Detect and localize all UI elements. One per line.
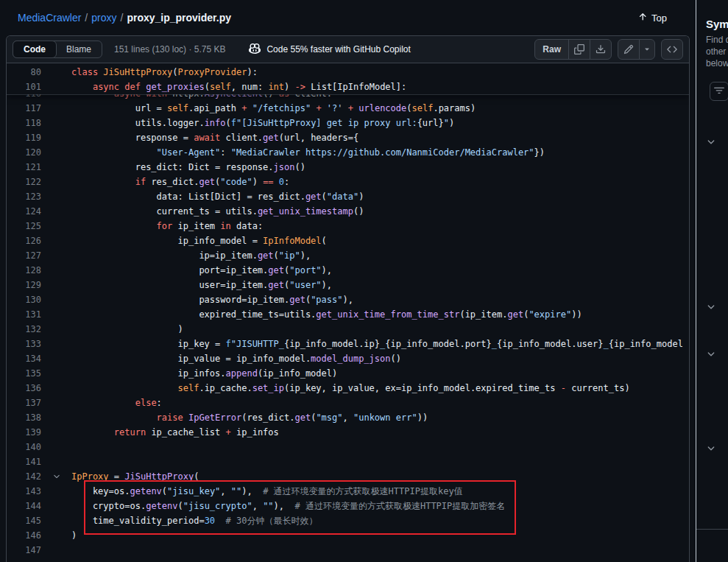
code-line-text: class JiSuHttpProxy(ProxyProvider): xyxy=(71,65,689,80)
line-number[interactable]: 143 xyxy=(7,484,41,499)
breadcrumb-folder-link[interactable]: proxy xyxy=(91,12,116,24)
symbols-filter-button[interactable] xyxy=(710,82,728,101)
line-number[interactable]: 122 xyxy=(7,175,41,189)
code-token xyxy=(71,383,178,393)
code-token: self xyxy=(178,383,199,393)
line-number[interactable]: 121 xyxy=(7,160,41,175)
raw-button[interactable]: Raw xyxy=(534,39,569,60)
download-raw-button[interactable] xyxy=(590,39,612,60)
line-number[interactable]: 117 xyxy=(7,101,41,116)
line-number[interactable]: 130 xyxy=(7,292,41,307)
line-number[interactable]: 123 xyxy=(7,189,41,204)
line-number[interactable]: 124 xyxy=(7,204,41,219)
line-number[interactable]: 120 xyxy=(7,145,41,160)
line-number[interactable]: 134 xyxy=(7,351,41,366)
code-token: # 30分钟（最长时效） xyxy=(226,516,318,526)
code-line-text: async def get_proxies(self, num: int) ->… xyxy=(71,80,689,94)
tab-blame[interactable]: Blame xyxy=(56,41,102,57)
code-token: ), xyxy=(322,280,332,290)
line-number[interactable]: 126 xyxy=(7,233,41,248)
code-token: ip_item xyxy=(172,221,220,231)
edit-dropdown-button[interactable] xyxy=(639,39,655,60)
copilot-banner-label: Code 55% faster with GitHub Copilot xyxy=(266,44,410,55)
back-to-top-button[interactable]: Top xyxy=(633,9,671,27)
code-token: {ip_info_model.port} xyxy=(385,339,492,349)
line-number[interactable]: 125 xyxy=(7,219,41,233)
code-line-text: res_dict: Dict = response.json() xyxy=(71,160,689,175)
code-token: () xyxy=(353,206,364,217)
fold-spacer xyxy=(41,499,71,513)
line-number[interactable]: 136 xyxy=(7,381,41,396)
edit-file-button[interactable] xyxy=(618,39,640,60)
chevron-down-icon[interactable] xyxy=(705,443,717,455)
fold-spacer xyxy=(41,130,71,145)
line-number[interactable]: 119 xyxy=(7,130,41,145)
chevron-down-icon[interactable] xyxy=(705,349,717,361)
code-token: in xyxy=(220,221,230,231)
code-token: {ip_info_model xyxy=(609,339,683,349)
code-line: 80class JiSuHttpProxy(ProxyProvider): xyxy=(7,65,689,80)
line-number[interactable]: 140 xyxy=(7,440,41,454)
code-token: get xyxy=(258,250,274,261)
code-token: "[JiSuHttpProxy] get ip proxy url: xyxy=(236,118,417,128)
line-number[interactable]: 141 xyxy=(7,454,41,469)
code-token: key=os. xyxy=(71,486,130,496)
line-number[interactable]: 147 xyxy=(7,543,41,558)
code-line-text: ip_key = f"JISUHTTP_{ip_info_model.ip}_{… xyxy=(71,337,689,351)
copilot-banner[interactable]: Code 55% faster with GitHub Copilot xyxy=(244,42,414,57)
raw-actions-group: Raw xyxy=(534,39,612,60)
code-token: "expire" xyxy=(529,309,571,320)
line-number[interactable]: 129 xyxy=(7,278,41,292)
code-token: = xyxy=(109,471,125,482)
panel-resize-divider[interactable] xyxy=(696,0,696,562)
symbols-panel-toggle-button[interactable] xyxy=(661,39,683,60)
line-number[interactable]: 145 xyxy=(7,513,41,528)
code-line: 101 async def get_proxies(self, num: int… xyxy=(7,80,689,94)
line-number[interactable]: 137 xyxy=(7,396,41,410)
code-token xyxy=(322,103,327,113)
code-token: '?' xyxy=(327,103,343,113)
code-token: ip_info_model = xyxy=(71,236,263,246)
code-token: "user" xyxy=(289,280,321,290)
code-token: ( xyxy=(322,192,327,202)
code-token xyxy=(71,177,135,187)
line-number[interactable]: 146 xyxy=(7,528,41,543)
code-line-text: response = await client.get(url, headers… xyxy=(71,130,689,145)
line-number[interactable]: 118 xyxy=(7,116,41,130)
chevron-down-icon[interactable] xyxy=(705,302,717,314)
code-line-text: else: xyxy=(71,396,689,410)
line-number[interactable]: 139 xyxy=(7,425,41,440)
code-line: 128 port=ip_item.get("port"), xyxy=(7,263,689,278)
code-line-text: port=ip_item.get("port"), xyxy=(71,263,689,278)
line-number[interactable]: 80 xyxy=(7,65,41,80)
line-number[interactable]: 135 xyxy=(7,366,41,381)
code-line: 118 utils.logger.info(f"[JiSuHttpProxy] … xyxy=(7,116,689,130)
code-token: .ip_cache. xyxy=(199,383,252,393)
line-number[interactable]: 133 xyxy=(7,337,41,351)
code-line-text: user=ip_item.get("user"), xyxy=(71,278,689,292)
tab-code[interactable]: Code xyxy=(13,41,57,58)
breadcrumb-repo-link[interactable]: MediaCrawler xyxy=(18,12,81,24)
fold-spacer xyxy=(41,145,71,160)
copy-raw-button[interactable] xyxy=(568,39,590,60)
code-line: 139 return ip_cache_list + ip_infos xyxy=(7,425,689,440)
chevron-down-icon[interactable] xyxy=(705,137,717,149)
breadcrumb-separator: / xyxy=(120,12,123,24)
line-number[interactable]: 138 xyxy=(7,410,41,425)
line-number[interactable]: 144 xyxy=(7,499,41,513)
code-token: ), xyxy=(322,265,332,275)
line-number[interactable]: 128 xyxy=(7,263,41,278)
code-token: ), xyxy=(300,250,311,261)
code-area: 116 async with httpx.AsyncClient() as cl… xyxy=(7,63,689,562)
line-number[interactable]: 132 xyxy=(7,322,41,337)
code-line-text: return ip_cache_list + ip_infos xyxy=(71,425,689,440)
line-number[interactable]: 131 xyxy=(7,307,41,322)
code-token: self xyxy=(167,103,188,113)
line-number[interactable]: 127 xyxy=(7,248,41,263)
line-number[interactable]: 142 xyxy=(7,469,41,484)
code-line-text: raise IpGetError(res_dict.get("msg", "un… xyxy=(71,410,689,425)
code-line: 146) xyxy=(7,528,689,543)
filter-icon xyxy=(714,85,724,98)
line-number[interactable]: 101 xyxy=(7,80,41,94)
fold-chevron-icon[interactable] xyxy=(41,469,71,484)
